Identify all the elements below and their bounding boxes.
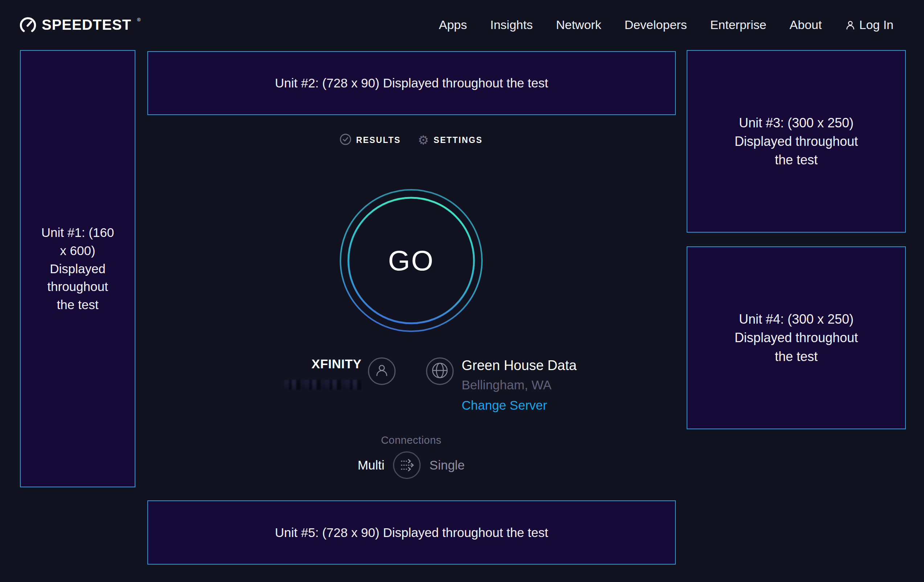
connections-multi-option[interactable]: Multi	[358, 458, 384, 472]
nav-item-insights[interactable]: Insights	[490, 18, 533, 32]
speedtest-page: SPEEDTEST® Apps Insights Network Develop…	[0, 0, 924, 582]
primary-nav: Apps Insights Network Developers Enterpr…	[439, 0, 894, 50]
nav-item-network[interactable]: Network	[556, 18, 601, 32]
speedtest-logo[interactable]: SPEEDTEST®	[19, 0, 140, 50]
user-icon	[845, 20, 856, 30]
top-nav-bar: SPEEDTEST® Apps Insights Network Develop…	[0, 0, 924, 50]
ad-unit-2-leaderboard[interactable]: Unit #2: (728 x 90) Displayed throughout…	[147, 51, 676, 115]
ad-unit-2-text: Unit #2: (728 x 90) Displayed throughout…	[275, 74, 548, 92]
person-icon	[374, 363, 390, 380]
ad-unit-1-text: Unit #1: (160 x 600) Displayed throughou…	[41, 224, 115, 313]
ad-unit-1-skyscraper[interactable]: Unit #1: (160 x 600) Displayed throughou…	[20, 50, 135, 487]
server-badge	[426, 358, 454, 385]
ip-address-redacted	[284, 380, 362, 390]
check-circle-icon	[340, 134, 351, 147]
server-info: Green House Data Bellingham, WA Change S…	[462, 358, 577, 412]
tab-results[interactable]: RESULTS	[340, 134, 401, 147]
connections-single-option[interactable]: Single	[429, 458, 465, 472]
login-button[interactable]: Log In	[845, 18, 894, 32]
logo-trademark: ®	[137, 17, 141, 23]
ad-unit-4-rectangle[interactable]: Unit #4: (300 x 250) Displayed throughou…	[686, 246, 906, 429]
isp-name[interactable]: XFINITY	[311, 357, 361, 371]
go-button[interactable]: GO	[338, 187, 485, 334]
connections-toggle-row: Multi Single	[320, 451, 502, 480]
results-settings-tabs: RESULTS ⚙ SETTINGS	[320, 133, 502, 147]
tab-results-label: RESULTS	[356, 135, 401, 145]
ad-unit-4-text: Unit #4: (300 x 250) Displayed throughou…	[724, 310, 869, 365]
ad-unit-5-text: Unit #5: (728 x 90) Displayed throughout…	[275, 524, 548, 542]
change-server-link[interactable]: Change Server	[462, 398, 547, 412]
ad-unit-3-rectangle[interactable]: Unit #3: (300 x 250) Displayed throughou…	[686, 50, 906, 232]
globe-icon	[431, 361, 449, 381]
gauge-icon	[19, 16, 37, 34]
ad-unit-3-text: Unit #3: (300 x 250) Displayed throughou…	[724, 114, 869, 169]
ad-unit-5-leaderboard[interactable]: Unit #5: (728 x 90) Displayed throughout…	[147, 500, 676, 565]
server-name: Green House Data	[462, 358, 577, 373]
tab-settings-label: SETTINGS	[434, 135, 483, 145]
tab-settings[interactable]: ⚙ SETTINGS	[418, 134, 483, 146]
nav-item-apps[interactable]: Apps	[439, 18, 467, 32]
gear-icon: ⚙	[418, 134, 429, 146]
nav-item-developers[interactable]: Developers	[625, 18, 687, 32]
login-label: Log In	[859, 18, 894, 32]
logo-text: SPEEDTEST	[42, 17, 131, 33]
isp-badge	[368, 358, 396, 385]
connections-label: Connections	[338, 434, 484, 446]
go-button-label: GO	[338, 187, 485, 334]
connections-toggle-icon[interactable]	[392, 451, 421, 480]
server-location: Bellingham, WA	[462, 378, 577, 392]
nav-item-enterprise[interactable]: Enterprise	[710, 18, 767, 32]
nav-item-about[interactable]: About	[790, 18, 822, 32]
